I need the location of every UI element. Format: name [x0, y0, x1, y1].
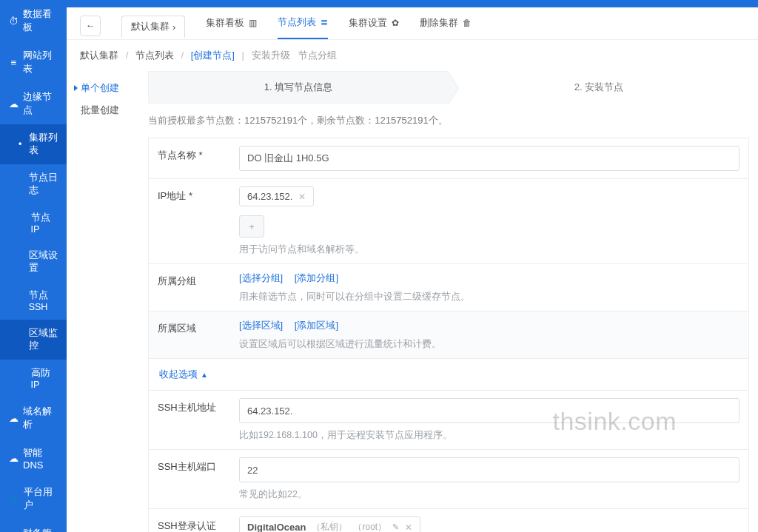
pencil-icon[interactable]: ✎: [392, 522, 399, 532]
tab-label: 集群设置: [349, 16, 387, 30]
step-2: 2. 安装节点: [449, 71, 749, 104]
sidebar-item-regionmonitor[interactable]: 区域监控: [0, 320, 67, 360]
sidebar-item-dashboard[interactable]: ⏱数据看板: [0, 0, 67, 41]
form-area: 1. 填写节点信息 2. 安装节点 当前授权最多节点数：1215752191个，…: [148, 71, 758, 532]
hint-group: 用来筛选节点，同时可以在分组中设置二级缓存节点。: [239, 291, 739, 303]
tab-node-list[interactable]: 节点列表≣: [278, 12, 328, 39]
left-label: 单个创建: [81, 81, 119, 95]
label-node-name: 节点名称 *: [149, 138, 230, 178]
crumb-cluster[interactable]: 默认集群: [80, 50, 118, 61]
left-nav: 单个创建 批量创建: [67, 71, 148, 532]
input-ssh-port[interactable]: [239, 457, 739, 482]
main: ← 默认集群› 集群看板▥ 节点列表≣ 集群设置✿ 删除集群🗑 默认集群 / 节…: [67, 0, 758, 532]
label-ip: IP地址 *: [149, 179, 230, 263]
auth-user: （root）: [353, 521, 386, 532]
tab-cluster-settings[interactable]: 集群设置✿: [349, 12, 399, 39]
list-icon: ≣: [321, 17, 328, 27]
sidebar-item-sites[interactable]: ≡网站列表: [0, 41, 67, 83]
tab-delete-cluster[interactable]: 删除集群🗑: [420, 12, 472, 39]
sidebar-item-users[interactable]: 👤平台用户: [0, 478, 67, 519]
chevron-up-icon: ▲: [201, 371, 208, 379]
cloud-icon: ☁: [9, 98, 19, 110]
label-ssh-auth: SSH登录认证: [149, 509, 230, 532]
sidebar-item-nodessh[interactable]: 节点SSH: [0, 282, 67, 320]
trash-icon: 🗑: [463, 18, 472, 28]
sidebar-label: 区域设置: [29, 249, 58, 275]
sidebar-item-smartdns[interactable]: ☁智能DNS: [0, 439, 67, 478]
cluster-dropdown[interactable]: 默认集群›: [121, 16, 185, 38]
tab-label: 集群看板: [206, 16, 244, 30]
step-1: 1. 填写节点信息: [148, 71, 449, 104]
sidebar-item-nodeip[interactable]: 节点IP: [0, 204, 67, 242]
sidebar-label: 域名解析: [23, 405, 58, 431]
input-node-name[interactable]: [239, 146, 739, 171]
cloud-icon: ☁: [9, 413, 19, 424]
sidebar-label: 网站列表: [23, 49, 58, 75]
row-group: 所属分组 [选择分组] [添加分组] 用来筛选节点，同时可以在分组中设置二级缓存…: [148, 263, 749, 312]
sidebar-item-edge[interactable]: ☁边缘节点: [0, 83, 67, 124]
row-region: 所属区域 [选择区域] [添加区域] 设置区域后可以根据区域进行流量统计和计费。: [148, 311, 749, 359]
close-icon[interactable]: ✕: [298, 192, 306, 202]
auth-name: DigitalOcean: [247, 522, 306, 532]
cloud-icon: ☁: [9, 453, 19, 464]
collapse-label: 收起选项: [159, 368, 198, 380]
sidebar-item-regions[interactable]: 区域设置: [0, 242, 67, 282]
cluster-name: 默认集群: [131, 20, 170, 33]
left-batch-create[interactable]: 批量创建: [71, 99, 148, 121]
hint-ssh-port: 常见的比如22。: [239, 488, 739, 501]
crumb-install[interactable]: 安装升级: [252, 50, 290, 61]
list-icon: ≡: [9, 57, 19, 68]
row-ssh-port: SSH主机端口 常见的比如22。: [148, 449, 749, 509]
quota-text: 当前授权最多节点数：1215752191个，剩余节点数：1215752191个。: [148, 114, 749, 127]
add-ip-button[interactable]: +: [239, 215, 264, 238]
tab-cluster-dashboard[interactable]: 集群看板▥: [206, 12, 257, 39]
ssh-auth-tag[interactable]: DigitalOcean （私钥） （root） ✎ ✕: [239, 516, 420, 532]
sidebar-label: 财务管理: [23, 527, 58, 532]
ip-value: 64.23.152.: [247, 191, 292, 202]
sidebar-item-highip[interactable]: 高防IP: [0, 360, 67, 397]
link-select-region[interactable]: [选择区域]: [239, 320, 283, 331]
label-region: 所属区域: [149, 312, 230, 358]
sidebar-item-nodelogs[interactable]: 节点日志: [0, 164, 67, 204]
label-ssh-port: SSH主机端口: [149, 450, 230, 508]
row-ssh-host: SSH主机地址 比如192.168.1.100，用于远程安装节点应用程序。: [148, 390, 749, 450]
row-node-name: 节点名称 *: [148, 138, 749, 179]
crumb-nodelist[interactable]: 节点列表: [135, 50, 174, 61]
link-select-group[interactable]: [选择分组]: [239, 272, 283, 283]
back-button[interactable]: ←: [80, 16, 101, 36]
close-icon[interactable]: ✕: [405, 522, 412, 533]
sidebar: ⏱数据看板 ≡网站列表 ☁边缘节点 •集群列表 节点日志 节点IP 区域设置 节…: [0, 0, 67, 532]
sidebar-label: 节点日志: [29, 172, 58, 197]
sidebar-label: 智能DNS: [23, 446, 58, 471]
tabbar: ← 默认集群› 集群看板▥ 节点列表≣ 集群设置✿ 删除集群🗑: [67, 7, 758, 40]
crumb-sep: /: [181, 50, 184, 61]
sidebar-item-dns[interactable]: ☁域名解析: [0, 397, 67, 439]
input-ssh-host[interactable]: [239, 398, 739, 423]
ip-tag[interactable]: 64.23.152. ✕: [239, 186, 314, 206]
collapse-toggle[interactable]: 收起选项▲: [148, 358, 749, 391]
label-group: 所属分组: [149, 264, 230, 311]
steps: 1. 填写节点信息 2. 安装节点: [148, 71, 749, 104]
crumb-create-node[interactable]: [创建节点]: [191, 50, 235, 61]
sidebar-label: 边缘节点: [23, 90, 58, 117]
link-add-group[interactable]: [添加分组]: [295, 272, 338, 283]
board-icon: ▥: [249, 18, 257, 28]
sidebar-label: 区域监控: [29, 327, 58, 352]
dashboard-icon: ⏱: [9, 16, 19, 27]
user-icon: 👤: [9, 494, 19, 505]
sidebar-label: 平台用户: [24, 485, 58, 512]
left-label: 批量创建: [81, 104, 119, 117]
hint-ip: 用于访问节点和域名解析等。: [239, 243, 739, 256]
bullet-icon: •: [16, 139, 24, 149]
sidebar-item-finance[interactable]: ¥财务管理: [0, 519, 67, 532]
sidebar-item-clusters[interactable]: •集群列表: [0, 124, 67, 164]
triangle-icon: [74, 85, 78, 91]
link-add-region[interactable]: [添加区域]: [295, 320, 338, 331]
breadcrumb: 默认集群 / 节点列表 / [创建节点] | 安装升级 节点分组: [67, 40, 758, 71]
crumb-group[interactable]: 节点分组: [298, 50, 337, 61]
left-single-create[interactable]: 单个创建: [71, 77, 148, 99]
sidebar-label: 节点IP: [31, 212, 58, 235]
tab-label: 节点列表: [278, 16, 316, 29]
auth-type: （私钥）: [312, 521, 347, 532]
sidebar-label: 数据看板: [23, 7, 58, 34]
